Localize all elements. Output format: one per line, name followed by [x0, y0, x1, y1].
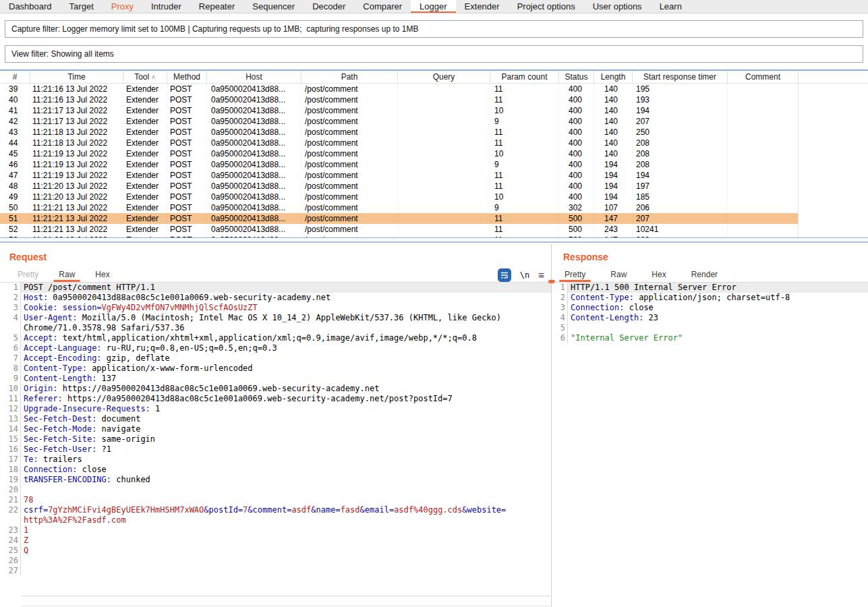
menu-item-target[interactable]: Target: [61, 0, 103, 13]
horizontal-splitter[interactable]: [0, 241, 868, 243]
request-tab-hex[interactable]: Hex: [94, 267, 111, 282]
menu-item-logger[interactable]: Logger: [411, 0, 455, 13]
response-tab-pretty[interactable]: Pretty: [563, 267, 587, 282]
line-text: 78: [20, 495, 551, 505]
log-row-40[interactable]: 4011:21:16 13 Jul 2022ExtenderPOST0a9500…: [0, 94, 799, 105]
request-editor[interactable]: 1POST /post/comment HTTP/1.12Host: 0a950…: [0, 283, 551, 595]
log-row-49[interactable]: 4911:21:20 13 Jul 2022ExtenderPOST0a9500…: [0, 192, 799, 202]
request-tab-pretty[interactable]: Pretty: [16, 267, 40, 282]
response-editor[interactable]: 1HTTP/1.1 500 Internal Server Error2Cont…: [554, 283, 868, 607]
cell-comment: [728, 159, 799, 170]
cell-param-count: 10: [490, 192, 559, 202]
cell-method: POST: [167, 224, 207, 235]
cell-time: 11:21:21 13 Jul 2022: [30, 202, 123, 213]
cell-path: /post/comment: [301, 148, 398, 159]
cell-start-response-timer: 197: [633, 181, 728, 192]
line-number: 4: [0, 313, 18, 323]
cell-host: 0a9500020413d88...: [207, 224, 301, 235]
column-header-status[interactable]: Status: [559, 71, 594, 83]
menu-item-repeater[interactable]: Repeater: [190, 0, 243, 13]
editor-line: 1POST /post/comment HTTP/1.1: [0, 283, 551, 293]
cell-path: /post/comment: [301, 127, 398, 138]
log-row-50[interactable]: 5011:21:21 13 Jul 2022ExtenderPOST0a9500…: [0, 202, 799, 213]
line-text: Accept-Language: ru-RU,ru;q=0.8,en-US;q=…: [20, 343, 551, 353]
menu-item-intruder[interactable]: Intruder: [142, 0, 190, 13]
view-filter-bar[interactable]: View filter: Showing all items: [5, 45, 863, 63]
response-tab-render[interactable]: Render: [690, 267, 719, 282]
cell-time: 11:21:19 13 Jul 2022: [30, 170, 123, 181]
log-row-46[interactable]: 4611:21:19 13 Jul 2022ExtenderPOST0a9500…: [0, 159, 799, 170]
capture-filter-bar[interactable]: Capture filter: Logger memory limit set …: [5, 20, 863, 38]
editor-line: 16Sec-Fetch-User: ?1: [0, 444, 551, 455]
menu-item-sequencer[interactable]: Sequencer: [243, 0, 303, 13]
line-number: 10: [0, 384, 18, 394]
cell-blank: 42: [0, 116, 30, 127]
log-row-51[interactable]: 5111:21:21 13 Jul 2022ExtenderPOST0a9500…: [0, 213, 799, 224]
column-header-comment[interactable]: Comment: [728, 71, 799, 83]
column-label: Length: [601, 72, 626, 82]
column-header-host[interactable]: Host: [207, 71, 301, 83]
cell-param-count: 11: [490, 181, 559, 192]
log-row-41[interactable]: 4111:21:17 13 Jul 2022ExtenderPOST0a9500…: [0, 105, 799, 116]
menu-item-learn[interactable]: Learn: [651, 0, 691, 13]
cell-tool: Extender: [123, 148, 167, 159]
cell-length: 194: [594, 181, 633, 192]
line-number: 6: [0, 343, 18, 353]
cell-host: 0a9500020413d88...: [207, 170, 301, 181]
menu-item-decoder[interactable]: Decoder: [303, 0, 354, 13]
cell-comment: [728, 116, 799, 127]
menu-item-user-options[interactable]: User options: [584, 0, 651, 13]
response-tab-raw[interactable]: Raw: [609, 267, 628, 282]
column-header-query[interactable]: Query: [398, 71, 490, 83]
request-hscrollbar[interactable]: [21, 596, 550, 606]
cell-tool: Extender: [123, 127, 167, 138]
log-row-39[interactable]: 3911:21:16 13 Jul 2022ExtenderPOST0a9500…: [0, 84, 799, 94]
cell-time: 11:21:18 13 Jul 2022: [30, 138, 123, 148]
column-header-start-response-timer[interactable]: Start response timer: [633, 71, 728, 83]
menu-item-extender[interactable]: Extender: [456, 0, 509, 13]
menu-item-project-options[interactable]: Project options: [509, 0, 584, 13]
line-number: 25: [0, 546, 18, 556]
request-tab-raw[interactable]: Raw: [57, 267, 76, 282]
line-number: 18: [0, 465, 18, 475]
menu-item-comparer[interactable]: Comparer: [354, 0, 411, 13]
column-label: Tool: [134, 72, 149, 82]
line-text: Sec-Fetch-Site: same-origin: [20, 434, 551, 444]
cell-method: POST: [167, 116, 207, 127]
response-title: Response: [563, 252, 608, 262]
cell-status: 302: [559, 202, 594, 213]
cell-param-count: 11: [490, 94, 559, 105]
editor-line: 11Referer: https://0a9500020413d88ac08c5…: [0, 394, 551, 404]
log-row-44[interactable]: 4411:21:18 13 Jul 2022ExtenderPOST0a9500…: [0, 138, 799, 148]
column-header-method[interactable]: Method: [167, 71, 207, 83]
column-header-param-count[interactable]: Param count: [490, 71, 559, 83]
newline-chars-toggle[interactable]: \n: [520, 270, 529, 280]
cell-path: /post/comment: [301, 202, 398, 213]
soft-wrap-toggle-icon[interactable]: [498, 268, 511, 282]
cell-status: 400: [559, 181, 594, 192]
editor-line: Chrome/71.0.3578.98 Safari/537.36: [0, 323, 551, 333]
log-row-45[interactable]: 4511:21:19 13 Jul 2022ExtenderPOST0a9500…: [0, 148, 799, 159]
cell-path: /post/comment: [301, 105, 398, 116]
log-row-42[interactable]: 4211:21:17 13 Jul 2022ExtenderPOST0a9500…: [0, 116, 799, 127]
column-header-tool[interactable]: Tool∧: [123, 71, 167, 83]
log-row-48[interactable]: 4811:21:20 13 Jul 2022ExtenderPOST0a9500…: [0, 181, 799, 192]
line-number: 27: [0, 566, 18, 576]
menu-item-proxy[interactable]: Proxy: [103, 0, 142, 13]
column-header-path[interactable]: Path: [301, 71, 398, 83]
cell-query: [398, 213, 490, 224]
line-text: Te: trailers: [20, 455, 551, 465]
column-header-length[interactable]: Length: [594, 71, 633, 83]
editor-menu-icon[interactable]: ≡: [538, 270, 544, 280]
log-row-52[interactable]: 5211:21:21 13 Jul 2022ExtenderPOST0a9500…: [0, 224, 799, 235]
cell-host: 0a9500020413d88...: [207, 213, 301, 224]
response-tab-hex[interactable]: Hex: [650, 267, 667, 282]
column-header-blank[interactable]: #: [0, 71, 30, 83]
column-header-time[interactable]: Time: [30, 71, 123, 83]
log-row-53[interactable]: 5311:21:22 13 Jul 2022ExtenderPOST0a9500…: [0, 235, 799, 238]
log-row-43[interactable]: 4311:21:18 13 Jul 2022ExtenderPOST0a9500…: [0, 127, 799, 138]
log-row-47[interactable]: 4711:21:19 13 Jul 2022ExtenderPOST0a9500…: [0, 170, 799, 181]
cell-query: [398, 159, 490, 170]
menu-item-dashboard[interactable]: Dashboard: [0, 0, 61, 13]
editor-line: 2178: [0, 495, 551, 505]
